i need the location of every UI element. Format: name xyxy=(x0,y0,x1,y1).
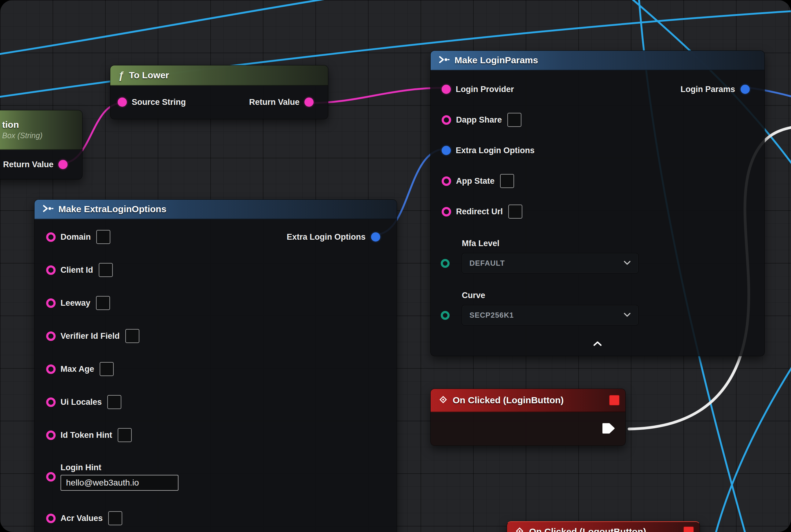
domain-input[interactable] xyxy=(96,230,110,244)
pin-max-age[interactable] xyxy=(46,364,56,374)
delegate-pin[interactable] xyxy=(609,395,620,406)
pin-label-ui-locales: Ui Locales xyxy=(60,397,102,407)
acr-values-input[interactable] xyxy=(108,511,122,525)
curve-value: SECP256K1 xyxy=(469,311,514,320)
pin-label-redirect-url: Redirect Url xyxy=(456,207,503,216)
dapp-share-input[interactable] xyxy=(507,113,521,127)
pin-label-domain: Domain xyxy=(60,232,91,242)
pin-login-hint[interactable] xyxy=(46,472,56,481)
pin-app-state[interactable] xyxy=(442,176,451,186)
pin-domain[interactable] xyxy=(46,232,56,242)
event-icon xyxy=(515,527,524,532)
chevron-down-icon xyxy=(623,261,631,266)
pin-login-provider[interactable] xyxy=(442,85,451,94)
pin-curve[interactable] xyxy=(441,311,449,320)
node-green-partial[interactable]: tion Box (String) Return Value xyxy=(0,110,82,179)
pin-row: Client Id xyxy=(35,253,397,286)
mfa-level-dropdown[interactable]: DEFAULT xyxy=(462,253,638,273)
pin-ui-locales[interactable] xyxy=(46,397,56,407)
node-title: Make LoginParams xyxy=(455,55,538,65)
event-icon xyxy=(439,395,448,405)
pin-redirect-url[interactable] xyxy=(442,207,451,216)
pin-verifier-id-field[interactable] xyxy=(46,331,56,341)
node-header[interactable]: tion Box (String) xyxy=(0,110,82,150)
client-id-input[interactable] xyxy=(99,263,113,277)
id-token-hint-input[interactable] xyxy=(118,428,132,442)
pin-label-login-hint: Login Hint xyxy=(60,463,178,472)
ui-locales-input[interactable] xyxy=(107,395,121,409)
pin-label-login-provider: Login Provider xyxy=(456,85,514,94)
wire-cyan-top-steep[interactable] xyxy=(0,0,338,54)
collapse-node-button[interactable] xyxy=(593,341,602,348)
pin-row: Max Age xyxy=(35,353,397,385)
pin-label-extra-login-options-out: Extra Login Options xyxy=(287,232,366,242)
curve-dropdown[interactable]: SECP256K1 xyxy=(462,305,638,325)
pin-source-string[interactable] xyxy=(118,97,127,107)
pin-row: Acr Values xyxy=(35,502,397,532)
node-make-extraloginoptions[interactable]: Make ExtraLoginOptions Domain Extra Logi… xyxy=(34,200,397,532)
node-title: To Lower xyxy=(129,70,169,80)
pin-row: Leeway xyxy=(35,286,397,320)
node-title: On Clicked (LoginButton) xyxy=(453,395,564,405)
pin-label-acr-values: Acr Values xyxy=(60,514,103,523)
pin-label-verifier-id-field: Verifier Id Field xyxy=(60,331,120,341)
node-title: tion xyxy=(2,119,19,130)
pin-label-login-params-out: Login Params xyxy=(680,85,735,94)
make-struct-icon xyxy=(42,204,54,214)
pin-id-token-hint[interactable] xyxy=(46,431,56,440)
node-header[interactable]: Make LoginParams xyxy=(431,51,765,70)
pin-label-return-value: Return Value xyxy=(3,160,54,169)
chevron-down-icon xyxy=(623,312,631,318)
mfa-level-value: DEFAULT xyxy=(469,259,505,268)
pin-label-dapp-share: Dapp Share xyxy=(456,115,502,125)
redirect-url-input[interactable] xyxy=(508,205,522,218)
pin-row: Login Hint hello@web3auth.io xyxy=(35,452,397,502)
node-onclicked-loginbutton[interactable]: On Clicked (LoginButton) xyxy=(430,388,626,446)
function-icon: ƒ xyxy=(118,70,124,81)
max-age-input[interactable] xyxy=(100,362,114,376)
pin-label-source-string: Source String xyxy=(132,97,186,107)
delegate-pin[interactable] xyxy=(683,526,694,532)
pin-label-extra-login-options: Extra Login Options xyxy=(456,146,535,155)
pin-label-client-id: Client Id xyxy=(60,265,93,275)
make-struct-icon xyxy=(439,55,449,65)
blueprint-canvas[interactable]: tion Box (String) Return Value ƒ To Lowe… xyxy=(0,0,791,532)
pin-dapp-share[interactable] xyxy=(442,115,451,125)
node-to-lower[interactable]: ƒ To Lower Source String Return Value xyxy=(110,65,328,119)
verifier-id-field-input[interactable] xyxy=(125,329,139,343)
wire-cyan-bottom-right[interactable] xyxy=(715,364,791,532)
pin-label-return-value: Return Value xyxy=(249,97,300,107)
pin-leeway[interactable] xyxy=(46,299,56,308)
pin-row: Id Token Hint xyxy=(35,419,397,452)
curve-block: Curve SECP256K1 xyxy=(431,288,765,325)
pin-row: Redirect Url xyxy=(431,196,765,227)
pin-acr-values[interactable] xyxy=(46,514,56,523)
pin-row: Login Provider Login Params xyxy=(431,74,765,104)
node-header[interactable]: ƒ To Lower xyxy=(110,65,328,86)
pin-row: Dapp Share xyxy=(431,104,765,135)
pin-label-mfa-level: Mfa Level xyxy=(462,236,765,251)
pin-label-max-age: Max Age xyxy=(60,364,94,374)
node-onclicked-logoutbutton[interactable]: On Clicked (LogoutButton) xyxy=(507,521,700,532)
node-header[interactable]: On Clicked (LogoutButton) xyxy=(507,522,700,532)
pin-row: App State xyxy=(431,166,765,196)
pin-mfa-level[interactable] xyxy=(441,259,449,268)
node-subtitle: Box (String) xyxy=(2,131,42,140)
app-state-input[interactable] xyxy=(500,174,514,188)
leeway-input[interactable] xyxy=(96,296,110,310)
node-title: On Clicked (LogoutButton) xyxy=(529,527,646,532)
wire-tolower-to-loginprovider[interactable] xyxy=(309,88,446,103)
pin-login-params-out[interactable] xyxy=(740,85,750,94)
pin-label-id-token-hint: Id Token Hint xyxy=(60,431,112,440)
pin-extra-login-options-out[interactable] xyxy=(371,232,380,242)
node-header[interactable]: On Clicked (LoginButton) xyxy=(431,389,625,412)
node-header[interactable]: Make ExtraLoginOptions xyxy=(35,200,397,219)
pin-client-id[interactable] xyxy=(46,265,56,275)
exec-output-pin[interactable] xyxy=(602,422,615,436)
pin-extra-login-options-in[interactable] xyxy=(442,146,451,155)
login-hint-input[interactable]: hello@web3auth.io xyxy=(60,475,178,491)
pin-return-value-out[interactable] xyxy=(304,97,314,107)
pin-return-value-out[interactable] xyxy=(58,160,67,169)
node-make-loginparams[interactable]: Make LoginParams Login Provider Login Pa… xyxy=(430,51,765,356)
pin-row: Domain Extra Login Options xyxy=(35,221,397,253)
